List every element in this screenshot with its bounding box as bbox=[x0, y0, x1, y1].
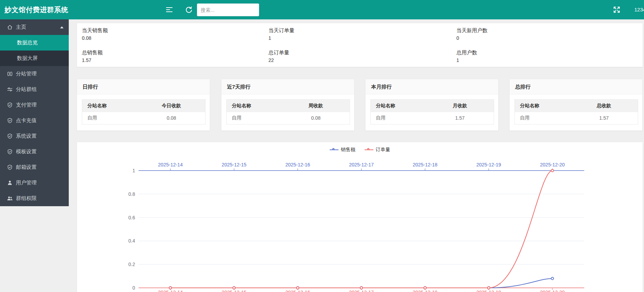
cell-site-name: 自用 bbox=[82, 112, 138, 125]
cell-site-name: 自用 bbox=[371, 112, 426, 125]
sidebar-item-label: 数据总览 bbox=[17, 39, 38, 46]
rank-table: 分站名称 周收款 自用 0.08 bbox=[226, 99, 350, 125]
rank-card-title: 近7天排行 bbox=[221, 79, 354, 94]
cell-amount: 0.08 bbox=[282, 112, 350, 125]
svg-text:2025-12-17: 2025-12-17 bbox=[349, 162, 374, 167]
stat-label: 总订单量 bbox=[268, 49, 452, 56]
table-row[interactable]: 自用 1.57 bbox=[371, 112, 494, 125]
users-icon bbox=[7, 195, 13, 201]
svg-text:2025-12-15: 2025-12-15 bbox=[222, 162, 247, 167]
svg-text:0: 0 bbox=[132, 285, 135, 291]
rank-card-title: 本月排行 bbox=[366, 79, 498, 94]
stat-label: 总销售额 bbox=[82, 49, 264, 56]
sidebar-item-data-screen[interactable]: 数据大屏 bbox=[0, 51, 69, 66]
sidebar-item-group-permissions[interactable]: 群组权限 bbox=[0, 191, 69, 206]
sidebar-item-template-settings[interactable]: 模板设置 bbox=[0, 144, 69, 159]
sidebar-item-home[interactable]: 主页 bbox=[0, 19, 69, 35]
columns-icon bbox=[7, 71, 13, 77]
chevron-up-icon bbox=[60, 26, 64, 28]
user-icon bbox=[7, 180, 13, 186]
rank-card-week: 近7天排行 分站名称 周收款 自用 0.08 bbox=[221, 79, 354, 131]
sidebar-item-label: 数据大屏 bbox=[17, 55, 38, 62]
stat-value: 1.57 bbox=[82, 57, 264, 63]
svg-text:0.8: 0.8 bbox=[129, 191, 135, 197]
search-input[interactable] bbox=[197, 3, 259, 16]
sidebar-item-substation-manage[interactable]: 分站管理 bbox=[0, 66, 69, 82]
stat-label: 当天销售额 bbox=[82, 27, 264, 34]
svg-text:2025-12-14: 2025-12-14 bbox=[158, 162, 183, 167]
svg-text:1: 1 bbox=[132, 168, 135, 173]
col-header-amount: 今日收款 bbox=[138, 100, 205, 112]
stat-label: 当天订单量 bbox=[268, 27, 452, 34]
sidebar-item-user-manage[interactable]: 用户管理 bbox=[0, 175, 69, 191]
stat-total-sales: 总销售额 1.57 bbox=[77, 45, 264, 67]
stat-value: 0 bbox=[456, 35, 643, 41]
stat-value: 22 bbox=[268, 57, 452, 63]
sidebar-item-mail-settings[interactable]: 邮箱设置 bbox=[0, 159, 69, 175]
refresh-icon[interactable] bbox=[184, 6, 193, 14]
sidebar-item-label: 支付管理 bbox=[16, 102, 37, 108]
table-row[interactable]: 自用 0.08 bbox=[227, 112, 350, 125]
sidebar-item-label: 点卡充值 bbox=[16, 117, 37, 124]
cell-site-name: 自用 bbox=[515, 112, 570, 125]
fullscreen-icon[interactable] bbox=[613, 6, 621, 14]
rank-card-month: 本月排行 分站名称 月收款 自用 1.57 bbox=[365, 79, 499, 131]
svg-text:2025-12-14: 2025-12-14 bbox=[158, 290, 183, 292]
svg-text:2025-12-19: 2025-12-19 bbox=[476, 162, 501, 167]
shield-check-icon bbox=[7, 164, 13, 170]
sidebar-item-label: 分站管理 bbox=[16, 71, 37, 77]
sidebar-item-payment-manage[interactable]: 支付管理 bbox=[0, 97, 69, 113]
rank-card-title: 总排行 bbox=[510, 79, 642, 94]
sidebar-item-label: 群组权限 bbox=[16, 195, 37, 202]
sidebar-item-system-settings[interactable]: 系统设置 bbox=[0, 128, 69, 144]
shield-check-icon bbox=[7, 133, 13, 139]
svg-text:2025-12-20: 2025-12-20 bbox=[540, 290, 565, 292]
col-header-site-name: 分站名称 bbox=[515, 100, 570, 112]
rank-table: 分站名称 今日收款 自用 0.08 bbox=[82, 99, 206, 125]
svg-text:0.2: 0.2 bbox=[129, 262, 135, 267]
col-header-amount: 总收款 bbox=[570, 100, 638, 112]
col-header-site-name: 分站名称 bbox=[82, 100, 138, 112]
table-row[interactable]: 自用 1.57 bbox=[515, 112, 638, 125]
sales-orders-chart: 00.20.40.60.812025-12-142025-12-142025-1… bbox=[77, 142, 643, 292]
sidebar-nav: 主页 数据总览 数据大屏 分站管理 分站群组 支 bbox=[0, 19, 69, 206]
col-header-site-name: 分站名称 bbox=[227, 100, 282, 112]
stat-label: 总用户数 bbox=[456, 49, 643, 56]
table-row[interactable]: 自用 0.08 bbox=[82, 112, 206, 125]
rank-table: 分站名称 总收款 自用 1.57 bbox=[514, 99, 638, 125]
sidebar-item-label: 模板设置 bbox=[16, 148, 37, 155]
sidebar-item-label: 邮箱设置 bbox=[16, 164, 37, 171]
shield-check-icon bbox=[7, 102, 13, 108]
cell-amount: 1.57 bbox=[570, 112, 638, 125]
svg-text:0.6: 0.6 bbox=[129, 215, 135, 220]
sidebar-item-label: 系统设置 bbox=[16, 133, 37, 139]
sidebar-item-data-overview[interactable]: 数据总览 bbox=[0, 35, 69, 51]
stat-total-orders: 总订单量 22 bbox=[264, 45, 452, 67]
sidebar-item-card-recharge[interactable]: 点卡充值 bbox=[0, 113, 69, 128]
cell-amount: 0.08 bbox=[138, 112, 205, 125]
sidebar-item-label: 用户管理 bbox=[16, 180, 37, 186]
rank-card-title: 日排行 bbox=[77, 79, 210, 94]
sliders-icon bbox=[7, 86, 13, 92]
stat-today-orders: 当天订单量 1 bbox=[264, 23, 452, 45]
svg-text:2025-12-16: 2025-12-16 bbox=[285, 162, 310, 167]
stats-summary-panel: 当天销售额 0.08 当天订单量 1 当天新用户数 0 总销售额 1.57 总订… bbox=[77, 23, 643, 67]
stat-today-new-users: 当天新用户数 0 bbox=[452, 23, 643, 45]
svg-text:2025-12-17: 2025-12-17 bbox=[349, 290, 374, 292]
svg-text:2025-12-20: 2025-12-20 bbox=[540, 162, 565, 167]
sales-chart-card: 销售额 订单量 00.20.40.60.812025-12-142025-12-… bbox=[77, 142, 643, 292]
svg-text:2025-12-19: 2025-12-19 bbox=[476, 290, 501, 292]
stat-value: 1 bbox=[268, 35, 452, 41]
col-header-site-name: 分站名称 bbox=[371, 100, 426, 112]
rank-card-total: 总排行 分站名称 总收款 自用 1.57 bbox=[509, 79, 643, 131]
stat-label: 当天新用户数 bbox=[456, 27, 643, 34]
menu-fold-icon[interactable] bbox=[165, 6, 173, 14]
stat-total-users: 总用户数 1 bbox=[452, 45, 643, 67]
stat-value: 0.08 bbox=[82, 35, 264, 41]
sidebar-item-substation-groups[interactable]: 分站群组 bbox=[0, 82, 69, 97]
app-title: 妙文馆付费进群系统 bbox=[4, 0, 68, 19]
svg-text:2025-12-15: 2025-12-15 bbox=[222, 290, 247, 292]
username-text[interactable]: 12345 bbox=[634, 0, 644, 19]
cell-site-name: 自用 bbox=[227, 112, 282, 125]
stat-today-sales: 当天销售额 0.08 bbox=[77, 23, 264, 45]
